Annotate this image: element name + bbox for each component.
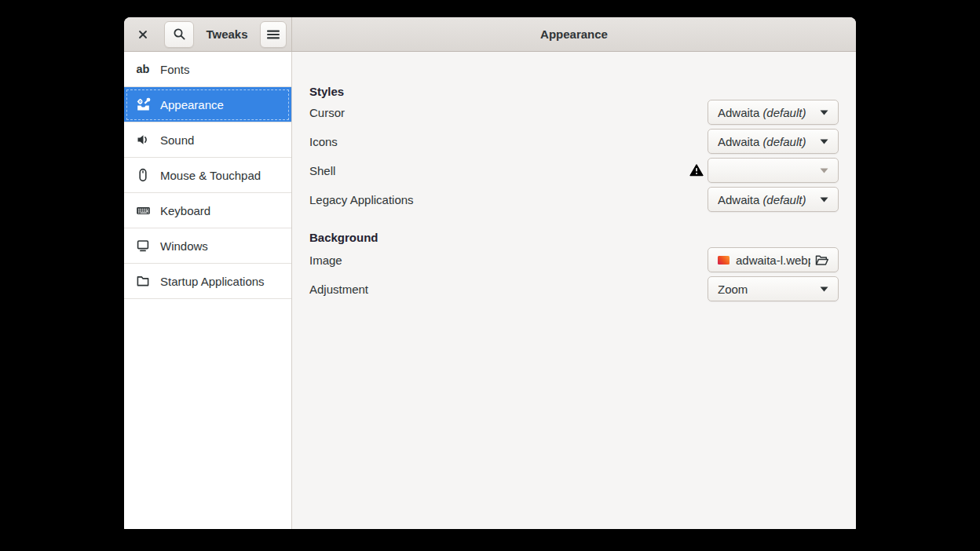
search-icon: [173, 27, 186, 41]
section-title-styles: Styles: [309, 84, 839, 100]
close-button[interactable]: [133, 25, 152, 44]
background-image-chooser[interactable]: adwaita-l.webp: [708, 247, 839, 272]
wallpaper-thumbnail: [718, 256, 730, 265]
chevron-down-icon: [820, 197, 828, 203]
sidebar-item-label: Windows: [160, 239, 208, 253]
shell-label: Shell: [309, 164, 689, 177]
chevron-down-icon: [820, 139, 828, 144]
background-adjustment-dropdown[interactable]: Zoom: [708, 276, 839, 301]
sidebar-item-windows[interactable]: Windows: [124, 228, 291, 264]
close-icon: [137, 29, 148, 40]
open-folder-icon: [815, 254, 828, 266]
legacy-applications-row: Legacy Applications Adwaita(default): [309, 187, 839, 212]
titlebar[interactable]: Tweaks Appearance: [124, 17, 856, 52]
speaker-icon: [135, 132, 151, 148]
sidebar-item-fonts[interactable]: ab Fonts: [124, 52, 291, 87]
legacy-applications-theme-dropdown[interactable]: Adwaita(default): [708, 187, 839, 212]
mouse-icon: [135, 167, 151, 183]
sidebar-item-keyboard[interactable]: Keyboard: [124, 193, 291, 228]
sidebar-item-mouse-touchpad[interactable]: Mouse & Touchpad: [124, 158, 291, 193]
shell-theme-dropdown[interactable]: [708, 158, 839, 183]
search-button[interactable]: [164, 21, 194, 48]
chevron-down-icon: [820, 168, 828, 173]
background-image-row: Image adwaita-l.webp: [309, 247, 839, 272]
chevron-down-icon: [820, 110, 828, 115]
sidebar-item-label: Sound: [160, 133, 194, 147]
warning-triangle-icon: [689, 164, 704, 177]
image-label: Image: [309, 254, 708, 267]
tweaks-window: Tweaks Appearance ab Fonts: [124, 17, 856, 529]
legacy-applications-label: Legacy Applications: [309, 193, 708, 206]
titlebar-right: Appearance: [292, 17, 856, 51]
sidebar: ab Fonts Appearance: [124, 52, 292, 529]
sidebar-item-label: Mouse & Touchpad: [160, 169, 261, 182]
sidebar-item-startup-applications[interactable]: Startup Applications: [124, 264, 291, 299]
cursor-row: Cursor Adwaita(default): [309, 100, 839, 125]
window-icon: [135, 238, 151, 254]
icon-theme-dropdown[interactable]: Adwaita(default): [708, 129, 839, 154]
appearance-theme-icon: [135, 97, 151, 112]
dropdown-value: Adwaita: [718, 106, 759, 119]
sidebar-item-label: Keyboard: [160, 204, 210, 217]
app-title: Tweaks: [194, 27, 260, 41]
chevron-down-icon: [820, 286, 828, 292]
shell-row: Shell: [309, 158, 839, 183]
fonts-icon: ab: [135, 61, 151, 77]
sidebar-item-sound[interactable]: Sound: [124, 122, 291, 158]
background-adjustment-row: Adjustment Zoom: [309, 276, 839, 301]
dropdown-value: Adwaita: [718, 135, 759, 148]
hamburger-menu-icon: [267, 29, 280, 40]
dropdown-value: Zoom: [718, 283, 748, 296]
menu-button[interactable]: [260, 21, 287, 48]
dropdown-value-suffix: (default): [762, 135, 806, 148]
adjustment-label: Adjustment: [309, 283, 708, 296]
sidebar-item-label: Startup Applications: [160, 275, 265, 288]
icons-row: Icons Adwaita(default): [309, 129, 839, 154]
dropdown-value-suffix: (default): [762, 193, 806, 206]
dropdown-value-suffix: (default): [762, 106, 806, 119]
section-title-background: Background: [309, 230, 839, 246]
keyboard-icon: [135, 203, 151, 218]
titlebar-left: Tweaks: [124, 17, 292, 51]
page-title: Appearance: [540, 27, 608, 41]
sidebar-item-label: Appearance: [160, 98, 224, 111]
folder-icon: [135, 273, 151, 289]
cursor-theme-dropdown[interactable]: Adwaita(default): [708, 100, 839, 125]
icons-label: Icons: [309, 135, 708, 148]
sidebar-item-label: Fonts: [160, 63, 190, 76]
dropdown-value: Adwaita: [718, 193, 759, 206]
sidebar-item-appearance[interactable]: Appearance: [124, 87, 291, 122]
appearance-page: Styles Cursor Adwaita(default) Icons Adw…: [292, 52, 856, 529]
background-image-filename: adwaita-l.webp: [736, 254, 810, 267]
cursor-label: Cursor: [309, 106, 708, 119]
